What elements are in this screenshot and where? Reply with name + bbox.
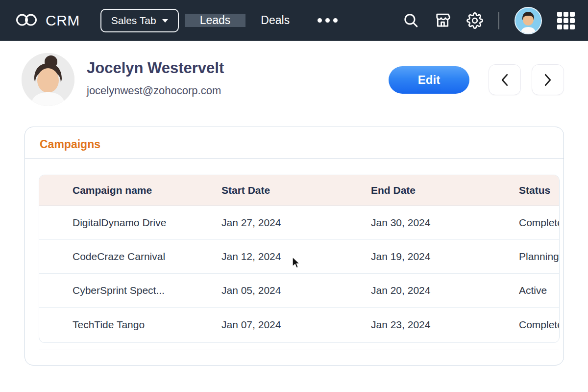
table-row[interactable]: DigitalDynamo Drive Jan 27, 2024 Jan 30,… — [39, 206, 560, 240]
marketplace-icon — [434, 12, 451, 29]
top-navbar: CRM Sales Tab Leads Deals — [0, 0, 588, 41]
campaigns-title: Campaigns — [40, 138, 100, 151]
sales-tab-label: Sales Tab — [111, 15, 156, 26]
table-header-row: Campaign name Start Date End Date Status — [39, 175, 560, 206]
tab-leads-label: Leads — [200, 14, 231, 27]
user-avatar[interactable] — [514, 7, 542, 34]
settings-button[interactable] — [466, 12, 483, 29]
campaign-name-cell[interactable]: CyberSprint Spect... — [39, 285, 221, 296]
marketplace-button[interactable] — [434, 12, 451, 29]
more-tabs-button[interactable] — [305, 14, 350, 27]
table-row[interactable]: CodeCraze Carnival Jan 12, 2024 Jan 19, … — [39, 240, 560, 274]
previous-record-button[interactable] — [489, 64, 521, 95]
campaigns-table: Campaign name Start Date End Date Status… — [39, 175, 560, 343]
sales-tab-dropdown[interactable]: Sales Tab — [100, 9, 179, 32]
column-header-end-date[interactable]: End Date — [371, 184, 519, 196]
table-row[interactable]: CyberSprint Spect... Jan 05, 2024 Jan 20… — [39, 274, 560, 308]
end-date-cell: Jan 30, 2024 — [371, 217, 519, 229]
edit-button[interactable]: Edit — [389, 66, 469, 94]
end-date-cell: Jan 19, 2024 — [371, 251, 519, 262]
column-header-campaign-name[interactable]: Campaign name — [39, 184, 221, 196]
campaign-name-cell[interactable]: CodeCraze Carnival — [39, 251, 221, 262]
status-cell: Active — [519, 285, 560, 296]
app-grid-icon[interactable] — [557, 12, 575, 29]
start-date-cell: Jan 27, 2024 — [221, 217, 371, 229]
tab-deals-label: Deals — [261, 14, 290, 27]
chevron-right-icon — [543, 74, 553, 86]
chevron-down-icon — [162, 19, 168, 23]
campaign-name-cell[interactable]: DigitalDynamo Drive — [39, 217, 221, 229]
table-row[interactable]: TechTide Tango Jan 07, 2024 Jan 23, 2024… — [39, 308, 560, 341]
crm-brand[interactable]: CRM — [15, 10, 80, 31]
tab-leads[interactable]: Leads — [185, 14, 246, 27]
search-button[interactable] — [403, 12, 419, 28]
status-cell: Completed — [519, 319, 560, 331]
navbar-divider — [498, 12, 499, 29]
campaign-name-cell[interactable]: TechTide Tango — [39, 319, 221, 331]
start-date-cell: Jan 05, 2024 — [221, 285, 371, 296]
table-bottom-line — [39, 349, 559, 349]
card-divider — [25, 158, 564, 159]
more-dots-icon — [318, 18, 322, 23]
status-cell: Planning — [519, 251, 560, 262]
end-date-cell: Jan 20, 2024 — [371, 285, 519, 296]
brand-title: CRM — [46, 12, 80, 29]
status-cell: Completed — [519, 217, 560, 229]
settings-gear-icon — [466, 12, 483, 29]
start-date-cell: Jan 12, 2024 — [221, 251, 371, 262]
column-header-status[interactable]: Status — [519, 184, 560, 196]
search-icon — [403, 12, 419, 28]
contact-name: Jocelyn Westervelt — [87, 59, 224, 77]
campaigns-card: Campaigns Campaign name Start Date End D… — [24, 127, 564, 366]
crm-logo-icon — [15, 10, 38, 31]
contact-email[interactable]: jocelynwest@zohocorp.com — [87, 84, 221, 97]
end-date-cell: Jan 23, 2024 — [371, 319, 519, 331]
column-header-start-date[interactable]: Start Date — [221, 184, 371, 196]
start-date-cell: Jan 07, 2024 — [221, 319, 371, 331]
contact-avatar — [22, 53, 74, 106]
tab-deals[interactable]: Deals — [245, 14, 305, 27]
next-record-button[interactable] — [532, 64, 564, 95]
chevron-left-icon — [500, 74, 510, 86]
